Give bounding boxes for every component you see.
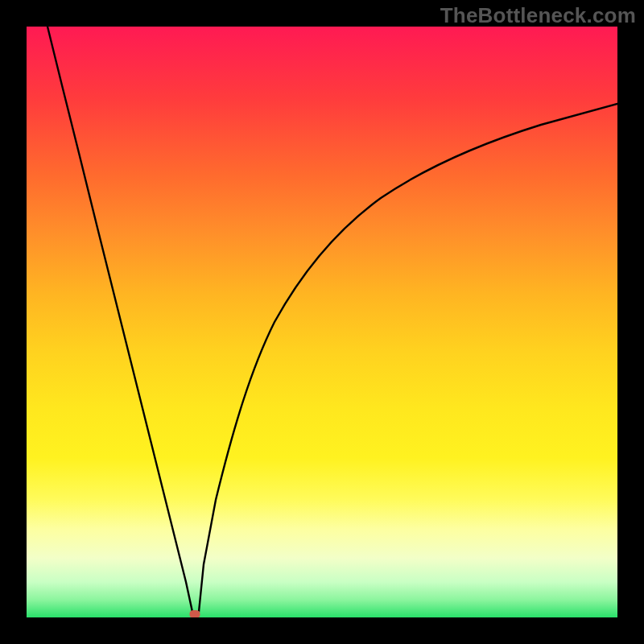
curve-path xyxy=(47,27,617,615)
plot-area xyxy=(27,27,617,617)
chart-frame: TheBottleneck.com xyxy=(0,0,644,644)
watermark-label: TheBottleneck.com xyxy=(440,3,636,28)
bottleneck-curve xyxy=(27,27,617,617)
minimum-marker xyxy=(190,610,200,617)
